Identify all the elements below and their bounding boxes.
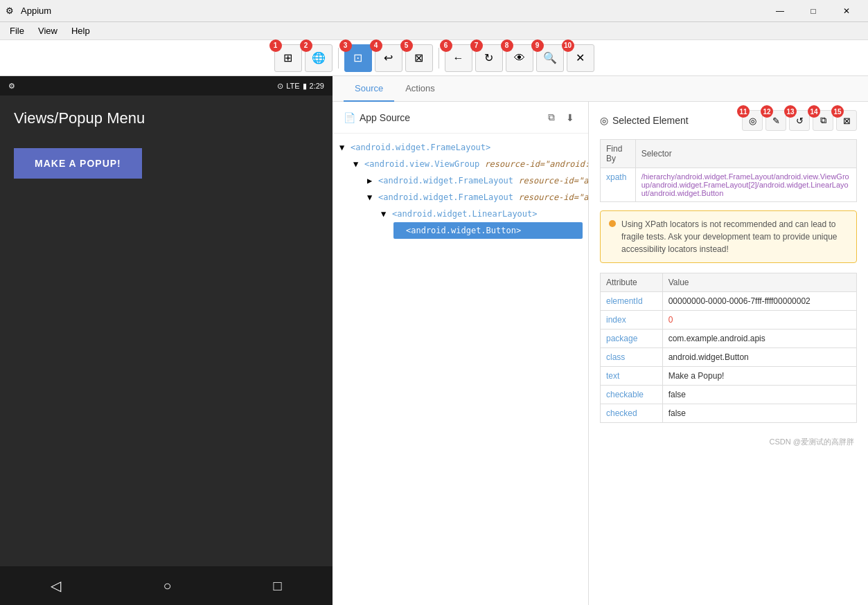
attr-name-cell: package [601,329,663,348]
find-by-label-xpath: xpath [601,168,636,202]
tree-item-content[interactable]: ▼ <android.widget.FrameLayout resource-i… [366,189,583,206]
tree-node-content: ▼ <android.widget.FrameLayout resource-i… [366,189,583,239]
inspector-icon: ⊡ [353,51,362,64]
attr-row: classandroid.widget.Button [601,348,857,367]
phone-app-title: Views/Popup Menu [14,109,319,127]
toolbar-close-session-btn[interactable]: 10 ✕ [567,44,594,72]
sel-badge-11: 11 [737,105,750,118]
tree-item-framelayout[interactable]: ▼ <android.widget.FrameLayout> [338,139,583,156]
toolbar-badge-4: 4 [370,39,382,52]
close-button[interactable]: ✕ [831,0,862,22]
tab-actions[interactable]: Actions [394,76,446,102]
toolbar-badge-7: 7 [470,39,483,52]
download-source-button[interactable]: ⬇ [563,110,577,125]
toolbar-search-btn[interactable]: 9 🔍 [536,44,564,72]
selected-action-buttons: 11 ◎ 12 ✎ 13 ↺ 14 ⧉ [742,110,857,131]
toolbar-badge-10: 10 [562,39,574,52]
select-icon: ⊠ [414,51,423,64]
find-by-col-header: Find By [601,140,636,168]
toolbar-badge-9: 9 [531,39,544,52]
tree-toggle-1[interactable]: ▼ [339,140,351,155]
swipe-icon: ↩ [384,51,393,64]
toolbar-badge-6: 6 [440,39,452,52]
xml-tree: ▼ <android.widget.FrameLayout> ▼ <androi… [333,134,588,605]
tree-item-linearlayout[interactable]: ▼ <android.widget.LinearLayout> [380,206,583,222]
app-icon: ⚙ [6,6,17,17]
menu-help[interactable]: Help [64,24,97,37]
title-bar: ⚙ Appium — □ ✕ [0,0,868,22]
tree-node-framelayout: ▼ <android.widget.FrameLayout> ▼ <androi… [338,139,583,239]
attr-value-cell: com.example.android.apis [662,329,856,348]
tree-node-actionbar: ▶ <android.widget.FrameLayout resource-i… [366,172,583,189]
attr-row: checkablefalse [601,386,857,404]
menu-bar: File View Help [0,22,868,40]
attr-name-cell: class [601,348,663,367]
phone-status-icons: ⊙ LTE ▮ 2:29 [277,82,324,91]
tree-children-viewgroup: ▶ <android.widget.FrameLayout resource-i… [366,172,583,239]
toolbar-sep-2 [439,48,439,69]
make-popup-button[interactable]: MAKE A POPUP! [14,148,142,179]
eye-icon: 👁 [514,52,525,64]
tree-attr-content: resource-id="android:id/content"> [513,190,588,205]
phone-panel: ⚙ ⊙ LTE ▮ 2:29 Views/Popup Menu MAKE A P… [0,76,333,605]
toolbar-select-btn[interactable]: 5 ⊠ [405,44,433,72]
tree-attr-actionbar: resource-id="android:id/action_bar_conta… [513,173,588,188]
tree-node-linearlayout: ▼ <android.widget.LinearLayout> [380,206,583,239]
toolbar-back-btn[interactable]: 6 ← [445,44,472,72]
nav-recent-icon[interactable]: □ [273,578,281,594]
tree-tag-actionbar: <android.widget.FrameLayout [378,173,513,188]
clear-element-button[interactable]: 13 ↺ [789,110,810,131]
tree-children-framelayout: ▼ <android.view.ViewGroup resource-id="a… [352,156,583,239]
tree-toggle-3[interactable]: ▶ [367,173,378,188]
refresh-icon: ↻ [484,51,493,64]
title-bar-title: Appium [21,6,764,16]
get-source-button[interactable]: 15 ⊠ [836,110,857,131]
nav-home-icon[interactable]: ○ [163,578,171,594]
tree-node-button: <android.widget.Button> [393,222,583,239]
selected-element-label: Selected Element [612,115,689,126]
tree-toggle-4[interactable]: ▼ [367,190,378,205]
tree-item-actionbar[interactable]: ▶ <android.widget.FrameLayout resource-i… [366,172,583,189]
globe-icon: 🌐 [312,51,326,64]
tree-toggle-2[interactable]: ▼ [353,156,364,172]
toolbar-refresh-btn[interactable]: 7 ↻ [475,44,503,72]
tree-item-viewgroup[interactable]: ▼ <android.view.ViewGroup resource-id="a… [352,156,583,172]
xpath-warning-box: Using XPath locators is not recommended … [600,210,857,263]
tab-bar: Source Actions [333,76,868,102]
phone-content: Views/Popup Menu MAKE A POPUP! [0,96,333,566]
send-keys-button[interactable]: 12 ✎ [765,110,786,131]
nav-back-icon[interactable]: ◁ [51,577,61,594]
selected-element-panel: ◎ Selected Element 11 ◎ 12 ✎ 13 [589,102,868,605]
toolbar-show-btn[interactable]: 8 👁 [506,44,533,72]
copy-source-button[interactable]: ⧉ [545,110,558,125]
attr-value-cell: android.widget.Button [662,348,856,367]
tree-toggle-5[interactable]: ▼ [381,206,392,222]
phone-nav-bar: ◁ ○ □ [0,566,333,605]
maximize-button[interactable]: □ [797,0,829,22]
attr-name-cell: index [601,311,663,329]
tap-element-button[interactable]: 11 ◎ [742,110,763,131]
attributes-table: Attribute Value elementId00000000-0000-0… [600,273,857,423]
attr-value-cell: 0 [662,311,856,329]
search-icon: 🔍 [543,51,557,64]
toolbar-swipe-btn[interactable]: 4 ↩ [375,44,402,72]
toolbar-app-view-btn[interactable]: 1 ⊞ [274,44,302,72]
tree-item-button[interactable]: <android.widget.Button> [393,222,583,239]
attr-col-header: Attribute [601,273,663,292]
tab-source[interactable]: Source [344,76,394,102]
warning-text: Using XPath locators is not recommended … [621,218,848,255]
attr-row: checkedfalse [601,404,857,423]
toolbar-inspector-btn[interactable]: 3 ⊡ [344,44,372,72]
attr-value-cell: false [662,386,856,404]
minimize-button[interactable]: — [764,0,796,22]
phone-app-icon: ⚙ [8,82,15,90]
menu-file[interactable]: File [3,24,31,37]
copy-selector-button[interactable]: 14 ⧉ [813,110,833,131]
toolbar-badge-8: 8 [501,39,513,52]
copy-icon: ⧉ [820,115,826,126]
toolbar-web-view-btn[interactable]: 2 🌐 [305,44,333,72]
tree-children-content: ▼ <android.widget.LinearLayout> [380,206,583,239]
menu-view[interactable]: View [31,24,64,37]
main-area: ⚙ ⊙ LTE ▮ 2:29 Views/Popup Menu MAKE A P… [0,76,868,605]
tree-children-linearlayout: <android.widget.Button> [393,222,583,239]
